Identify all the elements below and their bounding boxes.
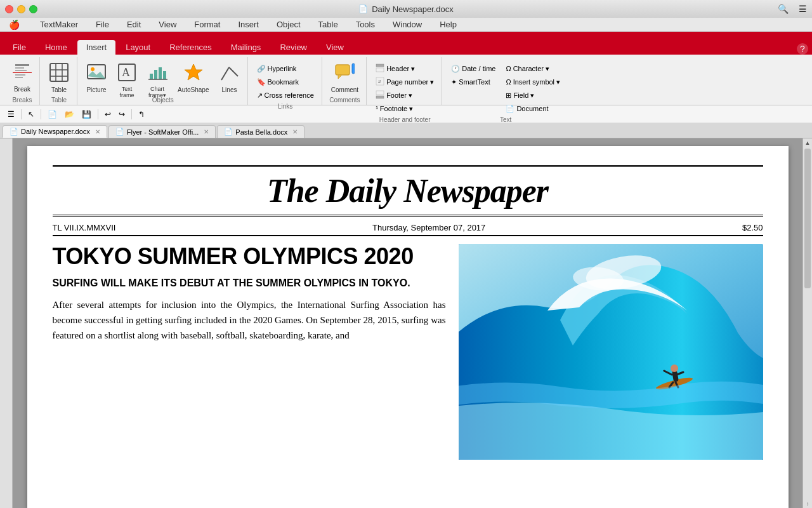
footer-button[interactable]: Footer ▾ — [372, 89, 438, 102]
smart-text-icon: ✦ — [451, 78, 457, 86]
menu-edit[interactable]: Edit — [123, 19, 145, 30]
hyperlink-button[interactable]: 🔗 Hyperlink — [253, 62, 318, 75]
scroll-track[interactable] — [804, 149, 811, 498]
svg-point-38 — [671, 364, 678, 372]
cross-ref-label: Cross reference — [265, 91, 314, 99]
help-button[interactable]: ? — [797, 43, 808, 55]
maximize-button[interactable] — [29, 5, 37, 13]
tab-mailings[interactable]: Mailings — [222, 40, 270, 55]
cross-reference-button[interactable]: ↗ Cross reference — [253, 89, 318, 102]
separator-3 — [98, 109, 98, 119]
scroll-up-button[interactable]: ▲ — [803, 138, 812, 147]
smart-text-button[interactable]: ✦ SmartText — [447, 76, 499, 88]
picture-label: Picture — [86, 86, 106, 93]
menu-format[interactable]: Format — [190, 19, 224, 30]
close-button[interactable] — [5, 5, 13, 13]
redo-button[interactable]: ↪ — [116, 109, 128, 120]
search-icon[interactable]: 🔍 — [778, 4, 789, 14]
text-frame-button[interactable]: A Textframe — [113, 60, 141, 95]
doc-tab-0[interactable]: 📄 Daily Newspaper.docx ✕ — [3, 125, 107, 138]
field-button[interactable]: ⊞ Field ▾ — [502, 89, 564, 102]
field-icon: ⊞ — [506, 91, 511, 100]
doc-scroll-area[interactable]: The Daily Newspaper TL VII.IX.MMXVII Thu… — [13, 138, 802, 508]
comment-label: Comment — [331, 86, 358, 93]
table-group-label: Table — [45, 95, 73, 106]
picture-button[interactable]: Picture — [82, 60, 110, 95]
tab-label-2: Pasta Bella.docx — [235, 128, 287, 136]
bookmark-button[interactable]: 🔖 Bookmark — [253, 76, 318, 88]
autoshape-button[interactable]: AutoShape — [174, 60, 213, 95]
header-label: Header ▾ — [386, 65, 415, 73]
hf-content: Header ▾ # Page number ▾ Footer ▾ ¹ F — [372, 57, 438, 115]
tab-review[interactable]: Review — [271, 40, 316, 55]
character-button[interactable]: Ω Character ▾ — [502, 62, 564, 75]
menu-table[interactable]: Table — [315, 19, 342, 30]
tab-layout[interactable]: Layout — [117, 40, 159, 55]
hamburger-button[interactable]: ☰ — [5, 109, 17, 120]
open-button[interactable]: 📂 — [62, 109, 77, 120]
save-button[interactable]: 💾 — [79, 109, 94, 120]
break-button[interactable]: Break — [9, 60, 36, 95]
comment-icon — [334, 62, 355, 85]
apple-menu[interactable]: 🍎 — [5, 19, 23, 30]
tab-close-2[interactable]: ✕ — [292, 128, 298, 135]
lines-button[interactable]: Lines — [216, 60, 244, 95]
news-right — [459, 244, 763, 460]
menu-insert[interactable]: Insert — [234, 19, 263, 30]
ribbon-group-header-footer: Header ▾ # Page number ▾ Footer ▾ ¹ F — [368, 57, 442, 105]
insert-symbol-button[interactable]: Ω Insert symbol ▾ — [502, 76, 564, 88]
tab-home[interactable]: Home — [36, 40, 76, 55]
menu-view[interactable]: View — [155, 19, 180, 30]
field-label: Field ▾ — [513, 91, 534, 100]
tab-view[interactable]: View — [317, 40, 353, 55]
undo-button[interactable]: ↩ — [102, 109, 114, 120]
hyperlink-label: Hyperlink — [268, 65, 297, 72]
svg-marker-20 — [185, 64, 202, 80]
menu-file[interactable]: File — [92, 19, 113, 30]
minimize-button[interactable] — [17, 5, 25, 13]
menu-textmaker[interactable]: TextMaker — [36, 19, 82, 30]
text-content: 🕐 Date / time ✦ SmartText Ω Character ▾ … — [447, 57, 564, 115]
chart-frame-button[interactable]: Chartframe▾ — [143, 60, 171, 95]
cursor-button[interactable]: ↖ — [25, 109, 37, 120]
new-button[interactable]: 📄 — [45, 109, 60, 120]
page-number-button[interactable]: # Page number ▾ — [372, 76, 438, 88]
arrow-button[interactable]: ↰ — [136, 109, 147, 120]
break-icon — [13, 62, 32, 84]
svg-rect-0 — [15, 64, 29, 66]
link-icon: 🔗 — [257, 65, 266, 73]
breaks-content: Break — [9, 57, 36, 95]
svg-rect-15 — [150, 74, 153, 79]
links-col: 🔗 Hyperlink 🔖 Bookmark ↗ Cross reference — [253, 60, 318, 102]
menu-tools[interactable]: Tools — [352, 19, 379, 30]
svg-line-22 — [229, 67, 238, 76]
tab-insert[interactable]: Insert — [77, 40, 116, 55]
tab-close-1[interactable]: ✕ — [204, 128, 209, 135]
title-bar: 📄 Daily Newspaper.docx 🔍 ☰ — [0, 0, 812, 18]
table-button[interactable]: Table — [45, 60, 73, 95]
ribbon-group-table: Table Table — [41, 57, 77, 105]
menu-window[interactable]: Window — [389, 19, 426, 30]
footnote-button[interactable]: ¹ Footnote ▾ — [372, 102, 438, 115]
lines-label: Lines — [222, 86, 237, 93]
document-button[interactable]: 📄 Document — [502, 102, 564, 115]
tab-close-0[interactable]: ✕ — [95, 128, 100, 135]
svg-rect-30 — [376, 91, 384, 95]
footnote-label: Footnote ▾ — [380, 105, 413, 113]
doc-tab-2[interactable]: 📄 Pasta Bella.docx ✕ — [217, 125, 304, 138]
tab-file[interactable]: File — [4, 40, 35, 55]
list-icon[interactable]: ☰ — [799, 4, 807, 14]
date-time-button[interactable]: 🕐 Date / time — [447, 62, 499, 75]
menu-object[interactable]: Object — [273, 19, 304, 30]
svg-rect-31 — [376, 96, 384, 98]
doc-tab-1[interactable]: 📄 Flyer - SoftMaker Offi... ✕ — [108, 125, 216, 138]
menu-help[interactable]: Help — [436, 19, 461, 30]
bookmark-label: Bookmark — [268, 78, 299, 86]
comment-button[interactable]: Comment — [327, 60, 362, 95]
header-button[interactable]: Header ▾ — [372, 62, 438, 75]
meta-left: TL VII.IX.MMXVII — [53, 223, 116, 232]
bookmark-icon: 🔖 — [257, 78, 266, 86]
scroll-end-button[interactable]: ↕ — [803, 500, 812, 508]
window-title-text: Daily Newspaper.docx — [372, 4, 454, 14]
tab-references[interactable]: References — [160, 40, 220, 55]
